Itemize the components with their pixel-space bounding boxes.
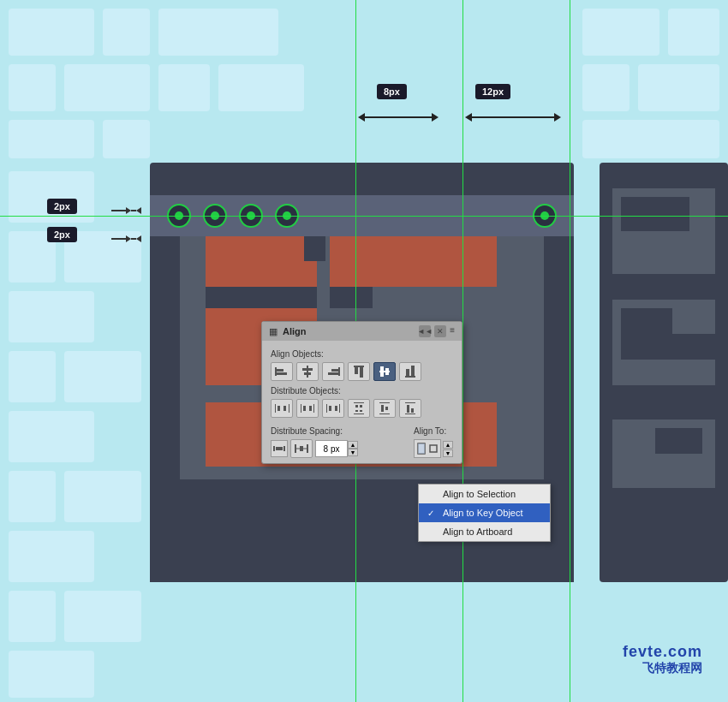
svg-rect-28 [329,406,331,411]
watermark-line2: 飞特教程网 [623,661,702,676]
spacing-down-arrow[interactable]: ▼ [348,449,358,456]
align-to-arrows: ▲ ▼ [443,441,453,457]
svg-rect-3 [307,366,308,378]
dropdown-item-selection[interactable]: Align to Selection [419,485,550,503]
svg-rect-21 [283,406,286,411]
guideline-vertical-2 [462,0,463,702]
svg-rect-27 [339,404,340,413]
svg-rect-10 [355,367,358,374]
dist-left-btn[interactable] [271,399,293,418]
bg-tile [103,9,150,56]
distribute-objects-row [271,399,453,418]
align-to-up-arrow[interactable]: ▲ [443,441,453,449]
svg-rect-42 [407,405,409,413]
align-to-btn[interactable] [414,439,441,458]
dropdown-item-artboard-label: Align to Artboard [443,526,512,537]
svg-rect-25 [309,406,312,411]
maze-shape [621,197,689,231]
measure-arrow-12px [465,111,561,123]
spacing-label-2px-bottom: 2px [47,227,77,242]
svg-rect-26 [326,404,327,413]
align-right-btn[interactable] [322,362,344,381]
dist-bottom-btn[interactable] [399,399,421,418]
svg-rect-18 [275,404,276,413]
align-top-btn[interactable] [348,362,370,381]
bg-tile [582,9,659,56]
bg-tile [9,291,94,342]
bg-tile [158,64,210,111]
svg-rect-34 [355,410,358,412]
svg-rect-32 [355,405,358,408]
spacing-up-arrow[interactable]: ▲ [348,441,358,449]
dist-right-btn[interactable] [322,399,344,418]
panel-menu-btn[interactable]: ≡ [450,325,455,337]
svg-rect-47 [295,444,296,453]
svg-rect-43 [411,408,414,413]
align-panel-header[interactable]: ▦ Align ◄◄ ✕ ≡ [262,322,462,341]
bg-tile [9,531,94,582]
measure-arrow-8px [358,111,439,123]
bg-tile [9,171,94,223]
align-center-v-btn[interactable] [373,362,396,381]
measure-label-12px: 12px [475,84,510,99]
align-to-down-arrow[interactable]: ▼ [443,449,453,457]
svg-rect-9 [354,366,364,367]
dropdown-item-key-object-label: Align to Key Object [443,508,523,518]
svg-rect-22 [301,404,301,413]
svg-rect-15 [405,376,415,378]
align-bottom-btn[interactable] [399,362,421,381]
bg-tile [668,9,719,56]
svg-rect-41 [405,413,415,414]
bg-tile [9,411,94,462]
panel-collapse-btn[interactable]: ◄◄ [419,325,431,337]
distribute-spacing-icon-btn[interactable] [271,440,288,457]
svg-rect-24 [303,406,306,411]
distribute-spacing-left: Distribute Spacing: [271,423,407,458]
bg-tile [9,651,94,698]
bg-tile [64,471,141,522]
dist-center-h-btn[interactable] [296,399,319,418]
bg-tile [9,9,94,56]
dropdown-item-selection-label: Align to Selection [443,489,516,499]
key-object-checkmark: ✓ [427,509,438,518]
svg-rect-53 [418,443,425,454]
dist-center-v-btn[interactable] [373,399,396,418]
svg-rect-1 [277,369,283,372]
svg-rect-33 [360,405,362,408]
svg-rect-17 [411,366,415,376]
bg-tile [638,64,719,111]
maze-shape [655,428,702,454]
svg-rect-39 [385,407,388,410]
bg-tile [64,351,141,402]
spacing-arrows: ▲ ▼ [348,441,358,456]
svg-rect-13 [380,366,384,377]
align-objects-row [271,362,453,381]
align-panel: ▦ Align ◄◄ ✕ ≡ Align Objects: [261,321,462,464]
align-left-btn[interactable] [271,362,293,381]
svg-rect-6 [338,367,340,376]
bg-tile [9,471,56,522]
svg-rect-0 [275,367,277,376]
bg-tile [9,351,56,402]
bg-tile [64,591,141,642]
svg-rect-40 [405,402,415,403]
align-center-h-btn[interactable] [296,362,319,381]
svg-rect-7 [331,369,338,372]
dropdown-item-artboard[interactable]: Align to Artboard [419,522,550,541]
bottom-panel [150,548,574,582]
svg-rect-8 [328,372,338,375]
distribute-h-spacing-btn[interactable] [290,439,313,458]
bg-tile [582,64,630,111]
spacing-value-input[interactable] [315,440,348,457]
bg-tile [64,64,150,111]
svg-rect-31 [354,413,364,414]
align-to-dropdown: Align to Selection ✓ Align to Key Object… [418,484,551,542]
svg-rect-16 [406,369,409,376]
spacing-arrow-top [111,207,140,214]
svg-rect-5 [304,372,311,375]
panel-close-btn[interactable]: ✕ [434,325,446,337]
dropdown-item-key-object[interactable]: ✓ Align to Key Object [419,503,550,522]
dist-top-btn[interactable] [348,399,370,418]
svg-rect-36 [379,402,390,403]
right-panel [600,163,728,582]
